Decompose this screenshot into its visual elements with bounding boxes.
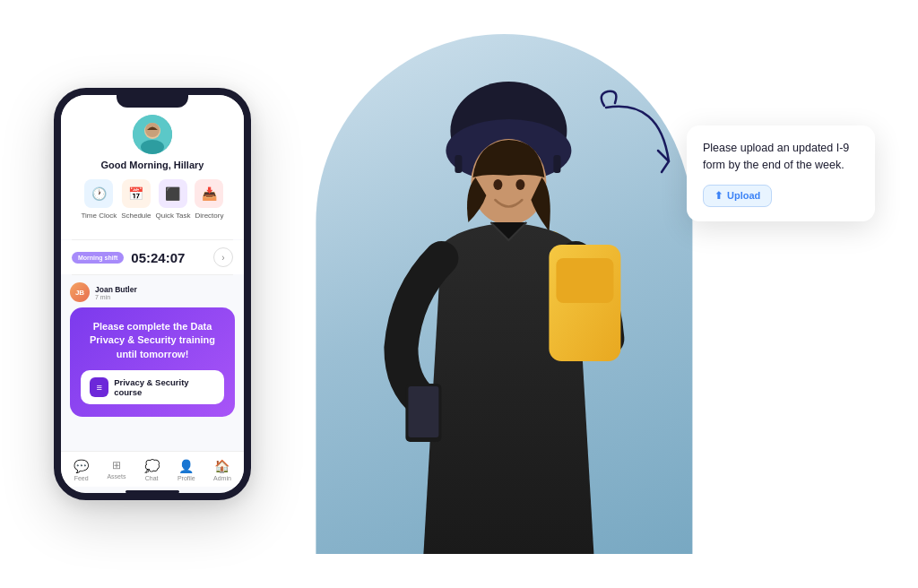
shift-arrow-button[interactable]: ›: [213, 247, 233, 267]
profile-label: Profile: [178, 475, 195, 481]
phone-notch: [117, 95, 188, 108]
shift-section: Morning shift 05:24:07 ›: [61, 240, 244, 274]
svg-point-7: [493, 179, 502, 190]
svg-point-18: [141, 140, 164, 154]
directory-label: Directory: [195, 212, 223, 220]
phone-screen: Good Morning, Hillary 🕐 Time Clock 📅 Sch…: [61, 95, 244, 493]
notification-card: Please upload an updated I-9 form by the…: [687, 125, 875, 221]
nav-feed[interactable]: 💬 Feed: [74, 459, 89, 481]
phone-mockup: Good Morning, Hillary 🕐 Time Clock 📅 Sch…: [54, 88, 251, 500]
nav-profile[interactable]: 👤 Profile: [178, 459, 195, 481]
schedule-icon: 📅: [122, 179, 151, 208]
svg-rect-4: [455, 155, 462, 173]
quick-action-directory[interactable]: 📥 Directory: [195, 179, 223, 220]
phone-header: Good Morning, Hillary 🕐 Time Clock 📅 Sch…: [61, 95, 244, 239]
assets-icon: ⊞: [112, 459, 121, 471]
annotation-arrow: [588, 90, 696, 197]
directory-icon: 📥: [195, 179, 223, 208]
message-section: JB Joan Butler 7 min Please complete the…: [61, 275, 244, 451]
svg-rect-5: [553, 155, 560, 173]
course-icon: ≡: [90, 377, 108, 397]
scene: Good Morning, Hillary 🕐 Time Clock 📅 Sch…: [0, 0, 918, 588]
home-indicator: [126, 490, 179, 493]
admin-label: Admin: [213, 475, 231, 481]
quicktask-icon: ⬛: [159, 179, 187, 208]
profile-icon: 👤: [178, 459, 194, 473]
sender-name: Joan Butler: [95, 285, 137, 294]
message-sender: JB Joan Butler 7 min: [70, 282, 235, 302]
course-button[interactable]: ≡ Privacy & Security course: [81, 370, 224, 404]
upload-button[interactable]: ⬆ Upload: [703, 185, 772, 207]
sender-avatar: JB: [70, 282, 90, 302]
svg-rect-13: [408, 386, 438, 437]
upload-label: Upload: [727, 190, 760, 201]
upload-icon: ⬆: [714, 190, 723, 202]
schedule-label: Schedule: [121, 212, 151, 220]
chat-icon: 💭: [144, 459, 160, 473]
bottom-navigation: 💬 Feed ⊞ Assets 💭 Chat 👤 Profile: [61, 451, 244, 487]
quicktask-label: Quick Task: [156, 212, 191, 220]
feed-label: Feed: [74, 475, 89, 481]
message-body: Please complete the Data Privacy & Secur…: [81, 320, 224, 361]
quick-action-schedule[interactable]: 📅 Schedule: [121, 179, 151, 220]
shift-timer: 05:24:07: [131, 250, 206, 265]
nav-admin[interactable]: 🏠 Admin: [213, 459, 231, 481]
avatar: [133, 115, 172, 154]
quick-actions-row: 🕐 Time Clock 📅 Schedule ⬛ Quick Task: [75, 179, 230, 229]
quick-action-timeclock[interactable]: 🕐 Time Clock: [81, 179, 117, 220]
sender-info: Joan Butler 7 min: [95, 285, 137, 300]
phone-frame: Good Morning, Hillary 🕐 Time Clock 📅 Sch…: [54, 88, 251, 500]
sender-time: 7 min: [95, 294, 137, 300]
feed-icon: 💬: [74, 459, 89, 473]
nav-chat[interactable]: 💭 Chat: [144, 459, 160, 481]
notification-text: Please upload an updated I-9 form by the…: [703, 140, 859, 174]
greeting-text: Good Morning, Hillary: [101, 160, 204, 170]
nav-assets[interactable]: ⊞ Assets: [107, 459, 126, 481]
quick-action-quicktask[interactable]: ⬛ Quick Task: [156, 179, 191, 220]
svg-point-8: [515, 179, 524, 190]
timeclock-icon: 🕐: [84, 179, 113, 208]
chat-label: Chat: [145, 475, 159, 481]
course-label: Privacy & Security course: [114, 377, 215, 397]
shift-badge: Morning shift: [72, 252, 124, 264]
admin-icon: 🏠: [214, 459, 230, 473]
svg-rect-15: [556, 258, 613, 303]
assets-label: Assets: [107, 473, 126, 480]
message-card: Please complete the Data Privacy & Secur…: [70, 307, 235, 417]
timeclock-label: Time Clock: [81, 212, 117, 220]
